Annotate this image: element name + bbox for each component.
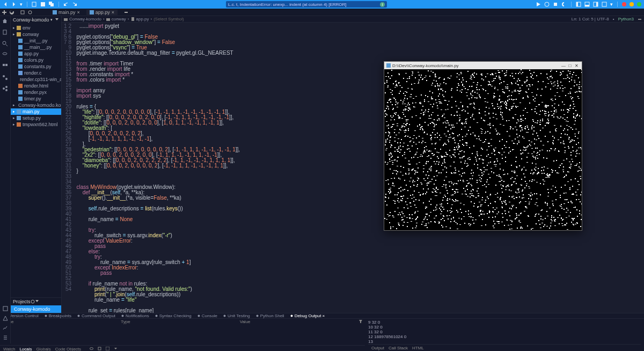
tab-main-py[interactable]: main.py× bbox=[49, 10, 83, 15]
share-icon[interactable] bbox=[2, 86, 8, 92]
gear-icon[interactable] bbox=[31, 299, 35, 304]
save-icon[interactable] bbox=[40, 2, 46, 7]
info-icon[interactable]: i bbox=[380, 2, 385, 7]
bottom-tab[interactable]: Unit Testing bbox=[221, 313, 252, 318]
pyglet-window[interactable]: D:\\Dev\\Conway-komodo\\main.py — □ ✕ bbox=[384, 61, 582, 231]
db-icon[interactable] bbox=[2, 52, 8, 58]
gear-icon[interactable] bbox=[28, 10, 32, 14]
collapse-icon[interactable] bbox=[55, 18, 59, 22]
activity-bar bbox=[0, 16, 11, 313]
tree-node[interactable]: ▸setup.py bbox=[11, 115, 61, 121]
filter-icon[interactable] bbox=[358, 319, 363, 324]
svg-rect-64 bbox=[106, 347, 109, 350]
tree-node[interactable]: render.pyx bbox=[11, 89, 61, 96]
output-tab[interactable]: HTML bbox=[412, 346, 424, 350]
panel-bottom-icon[interactable] bbox=[584, 2, 590, 7]
home-icon[interactable] bbox=[2, 18, 8, 24]
tree-node[interactable]: render.c bbox=[11, 70, 61, 76]
bottom-tab[interactable]: Syntax Checking bbox=[152, 313, 194, 318]
undo-icon[interactable] bbox=[63, 2, 69, 7]
tree-node[interactable]: render.html bbox=[11, 83, 61, 89]
svg-point-61 bbox=[290, 315, 292, 317]
tree-node[interactable]: ▸conway bbox=[11, 31, 61, 38]
tree-node[interactable]: render.cp311-win_amd64.p... bbox=[11, 76, 61, 83]
search-icon[interactable] bbox=[2, 41, 8, 47]
output-panel: 9 32 010 32 011 32 012 188978561024 013 … bbox=[365, 319, 644, 351]
minimize-button[interactable]: — bbox=[560, 63, 567, 68]
restart-icon[interactable] bbox=[561, 2, 567, 7]
window-titlebar[interactable]: D:\\Dev\\Conway-komodo\\main.py — □ ✕ bbox=[384, 62, 582, 69]
locals-tab[interactable]: Code Objects bbox=[55, 347, 81, 351]
game-canvas bbox=[384, 69, 582, 230]
tree-node[interactable]: ▸Conway-komodo.komodoproj... bbox=[11, 102, 61, 108]
projects-header[interactable]: Projects bbox=[11, 298, 61, 305]
collapse-icon[interactable] bbox=[35, 299, 39, 304]
command-search-bar[interactable]: L.c. t, IndentationError: unexp... inden… bbox=[226, 1, 387, 8]
stop-icon[interactable] bbox=[553, 2, 558, 7]
project-item[interactable]: Conway-komodo bbox=[11, 305, 61, 313]
maximize-button[interactable]: □ bbox=[567, 63, 573, 68]
tree-node[interactable]: colors.py bbox=[11, 57, 61, 63]
panel-right-icon[interactable] bbox=[593, 2, 598, 7]
svg-point-51 bbox=[640, 19, 641, 20]
locals-tab[interactable]: Locals bbox=[19, 347, 32, 351]
close-icon[interactable]: × bbox=[112, 10, 114, 15]
svg-point-25 bbox=[5, 78, 8, 80]
tree-node[interactable]: __init__.py bbox=[11, 38, 61, 44]
tree-node[interactable]: app.py bbox=[11, 50, 61, 57]
tree-node[interactable]: ▸main.py bbox=[11, 108, 61, 115]
panel-left-icon[interactable] bbox=[576, 2, 581, 7]
back-icon[interactable] bbox=[3, 2, 8, 7]
bottom-tab[interactable]: Python Shell bbox=[253, 313, 287, 318]
window-max[interactable] bbox=[637, 2, 641, 6]
chart-icon[interactable] bbox=[3, 325, 8, 331]
ext-icon[interactable] bbox=[2, 63, 8, 69]
window-close[interactable] bbox=[622, 2, 626, 6]
bottom-tab[interactable]: Command Output bbox=[75, 313, 118, 318]
bottom-tab[interactable]: Debug Output × bbox=[288, 313, 327, 318]
files-icon[interactable] bbox=[2, 30, 8, 35]
resize-icon[interactable] bbox=[98, 347, 101, 350]
debug-icon[interactable] bbox=[544, 2, 550, 7]
collapse-icon[interactable] bbox=[114, 347, 118, 350]
redo-icon[interactable] bbox=[72, 2, 77, 7]
svg-rect-38 bbox=[18, 84, 23, 88]
list-icon[interactable] bbox=[3, 335, 8, 340]
svg-rect-40 bbox=[18, 97, 23, 101]
save-all-icon[interactable] bbox=[49, 2, 54, 7]
play-icon[interactable] bbox=[536, 2, 541, 7]
forward-icon[interactable] bbox=[11, 2, 17, 7]
tree-node[interactable]: constants.py bbox=[11, 63, 61, 70]
tab-app-py[interactable]: app.py× bbox=[86, 10, 118, 15]
bottom-tab[interactable]: Console bbox=[195, 313, 219, 318]
project-header[interactable]: Conway-komodo▾ bbox=[11, 16, 61, 24]
lang-indicator[interactable]: Python3 bbox=[618, 17, 634, 21]
refresh-icon[interactable] bbox=[10, 10, 14, 14]
bottom-tab[interactable]: Breakpoints bbox=[42, 313, 74, 318]
bottom-tab[interactable]: Notifications bbox=[119, 313, 151, 318]
window-min[interactable] bbox=[630, 2, 634, 6]
eye-icon[interactable] bbox=[90, 347, 93, 350]
close-icon[interactable]: × bbox=[77, 10, 80, 15]
panel-full-icon[interactable] bbox=[602, 2, 607, 7]
overflow-icon[interactable] bbox=[124, 10, 128, 14]
cursor-pos: Ln: 1 Col: 5 | UTF-8 bbox=[572, 17, 609, 21]
box-icon[interactable] bbox=[20, 10, 25, 14]
main-toolbar: ▾ L.c. t, IndentationError: unexp... ind… bbox=[0, 0, 644, 9]
more-icon[interactable] bbox=[106, 347, 109, 350]
tree-node[interactable]: timer.py bbox=[11, 96, 61, 102]
tree-node[interactable]: ▸env bbox=[11, 25, 61, 31]
warn-icon[interactable] bbox=[3, 316, 8, 321]
close-button[interactable]: ✕ bbox=[573, 63, 580, 68]
output-tab[interactable]: Call Stack bbox=[389, 346, 408, 350]
plus-icon[interactable] bbox=[2, 10, 6, 14]
tree-node[interactable]: __main__.py bbox=[11, 44, 61, 50]
output-tab[interactable]: Output bbox=[371, 346, 384, 350]
overflow-icon[interactable] bbox=[638, 17, 642, 21]
git-icon[interactable] bbox=[2, 75, 8, 81]
new-file-icon[interactable] bbox=[32, 2, 37, 7]
tree-node[interactable]: ▸tmpwxn562.html bbox=[11, 121, 61, 128]
locals-tab[interactable]: Watch bbox=[3, 347, 15, 351]
locals-tab[interactable]: Globals bbox=[36, 347, 51, 351]
terminal-icon[interactable] bbox=[3, 306, 8, 311]
